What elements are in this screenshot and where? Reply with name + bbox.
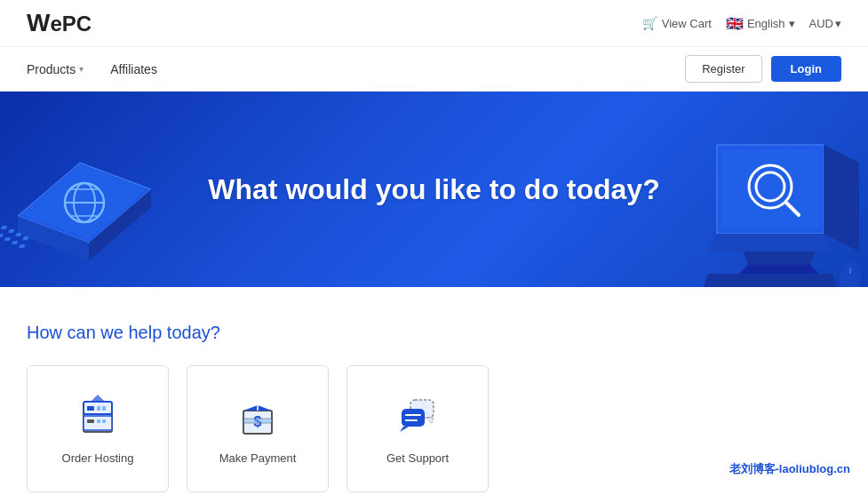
nav-left: Products ▾ Affiliates (27, 49, 157, 90)
make-payment-card[interactable]: $ Make Payment (187, 365, 329, 492)
language-selector[interactable]: 🇬🇧 English ▾ (726, 15, 795, 32)
help-title: How can we help today? (27, 323, 841, 343)
svg-rect-14 (4, 237, 12, 241)
svg-marker-50 (400, 427, 409, 432)
svg-rect-15 (15, 233, 22, 236)
cart-icon: 🛒 (642, 16, 657, 30)
nav-products[interactable]: Products ▾ (27, 49, 84, 90)
svg-rect-16 (22, 236, 29, 240)
login-button[interactable]: Login (771, 56, 841, 82)
make-payment-label: Make Payment (219, 451, 297, 465)
get-support-card[interactable]: Get Support (346, 365, 489, 492)
svg-rect-34 (97, 406, 100, 411)
nav-right: Register Login (685, 55, 841, 83)
currency-selector[interactable]: AUD ▾ (809, 17, 841, 30)
affiliates-label: Affiliates (110, 62, 157, 76)
currency-chevron-icon: ▾ (835, 17, 841, 30)
cards-container: Order Hosting $ Make Payment (27, 365, 841, 492)
payment-icon: $ (235, 393, 281, 439)
hero-monitor-illustration (673, 127, 868, 287)
hosting-icon (75, 393, 121, 439)
svg-marker-24 (708, 234, 832, 251)
language-label: English (747, 17, 785, 30)
top-bar: WePC 🛒 View Cart 🇬🇧 English ▾ AUD ▾ (0, 0, 868, 47)
svg-rect-45 (243, 419, 272, 423)
svg-rect-18 (19, 244, 26, 248)
watermark: 老刘博客-laoliublog.cn (729, 461, 851, 477)
svg-rect-37 (87, 419, 94, 423)
logo[interactable]: WePC (27, 9, 92, 37)
svg-rect-11 (8, 229, 15, 233)
svg-rect-49 (402, 409, 425, 427)
nav-affiliates[interactable]: Affiliates (110, 49, 157, 90)
nav-bar: Products ▾ Affiliates Register Login (0, 47, 868, 92)
register-button[interactable]: Register (685, 55, 761, 83)
svg-marker-48 (426, 418, 434, 423)
svg-rect-38 (97, 419, 100, 423)
svg-marker-28 (704, 274, 837, 287)
svg-marker-26 (739, 265, 819, 274)
view-cart-link[interactable]: 🛒 View Cart (642, 16, 712, 30)
order-hosting-card[interactable]: Order Hosting (27, 365, 169, 492)
svg-rect-13 (0, 234, 4, 237)
hero-banner: What would you like to do today? (0, 92, 868, 287)
products-label: Products (27, 62, 76, 76)
language-chevron-icon: ▾ (789, 17, 795, 30)
hero-laptop-illustration (0, 127, 178, 287)
svg-marker-25 (744, 251, 815, 265)
svg-rect-39 (102, 419, 106, 423)
products-chevron-icon: ▾ (79, 64, 84, 74)
currency-label: AUD (809, 17, 833, 30)
svg-marker-27 (824, 145, 859, 251)
svg-rect-10 (1, 226, 8, 229)
order-hosting-label: Order Hosting (62, 451, 134, 465)
svg-marker-20 (721, 149, 819, 229)
get-support-label: Get Support (386, 451, 449, 465)
svg-rect-33 (87, 406, 94, 411)
view-cart-label: View Cart (662, 17, 712, 30)
top-right-actions: 🛒 View Cart 🇬🇧 English ▾ AUD ▾ (642, 15, 841, 32)
svg-rect-17 (12, 241, 19, 244)
flag-icon: 🇬🇧 (726, 15, 744, 32)
support-icon (394, 393, 441, 439)
hero-title: What would you like to do today? (208, 173, 659, 206)
svg-rect-35 (102, 406, 106, 411)
svg-marker-40 (91, 395, 105, 402)
